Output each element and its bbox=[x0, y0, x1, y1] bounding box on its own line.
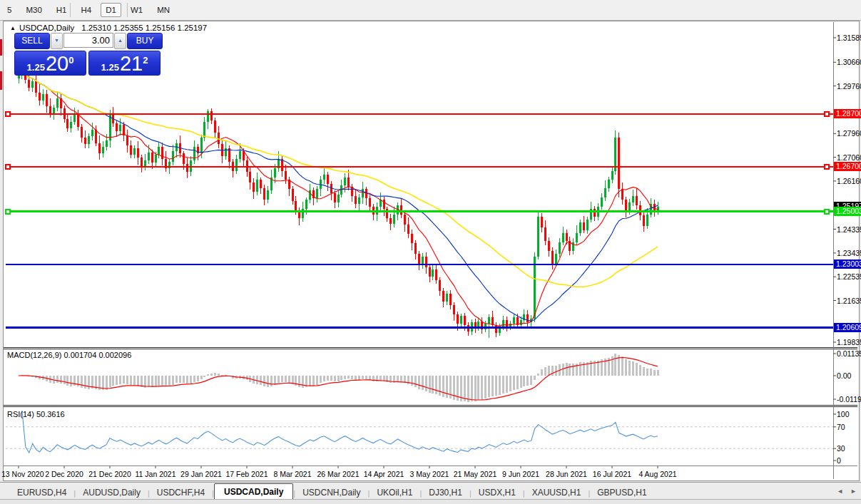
price-level-badge: 1.25003 bbox=[834, 207, 861, 216]
collapse-triangle-icon[interactable]: ▲ bbox=[10, 25, 16, 31]
timeframe-button-mn[interactable]: MN bbox=[152, 3, 175, 17]
price-level-badge: 1.28700 bbox=[834, 109, 861, 118]
macd-tick-label: 0.01135 bbox=[837, 349, 861, 358]
rsi-tick-label: 100 bbox=[837, 410, 850, 418]
timeframe-button-m30[interactable]: M30 bbox=[21, 3, 46, 17]
tab-scroll-left-icon[interactable]: ◄ bbox=[837, 488, 843, 495]
price-level-badge: 1.26700 bbox=[834, 162, 861, 171]
chart-ohlc-values: 1.25310 1.25355 1.25156 1.25197 bbox=[81, 24, 207, 32]
price-tick-label: 1.23435 bbox=[837, 249, 861, 257]
rsi-tick-label: 30 bbox=[837, 444, 845, 453]
date-tick-label: 4 Aug 2021 bbox=[631, 470, 685, 478]
price-tick-label: 1.30660 bbox=[837, 58, 861, 66]
tab-usdchf-h4[interactable]: USDCHF,H4 bbox=[150, 485, 212, 500]
tab-ukoil-h1[interactable]: UKOil,H1 bbox=[370, 485, 419, 500]
timeframe-button-5[interactable]: 5 bbox=[2, 3, 16, 17]
sell-price-big: 20 bbox=[46, 54, 68, 73]
timeframe-button-h4[interactable]: H4 bbox=[76, 3, 96, 17]
sell-price-display[interactable]: 1.25 20 0 bbox=[14, 51, 86, 76]
volume-increase-button[interactable]: ▲ bbox=[114, 33, 126, 49]
price-level-badge: 1.20609 bbox=[834, 323, 861, 332]
timeframe-button-h1[interactable]: H1 bbox=[51, 3, 72, 17]
price-tick-label: 1.29760 bbox=[837, 82, 861, 91]
buy-price-pip: 2 bbox=[143, 51, 148, 70]
macd-tick-label: 0.00 bbox=[837, 371, 851, 380]
status-bar bbox=[0, 499, 861, 504]
tab-usdx-h1[interactable]: USDX,H1 bbox=[472, 485, 523, 500]
one-click-trading-panel: SELL ▼ ▲ BUY 1.25 20 0 1.25 21 2 bbox=[14, 33, 163, 76]
tab-audusd-daily[interactable]: AUDUSD,Daily bbox=[76, 485, 148, 500]
price-tick-label: 1.24335 bbox=[837, 225, 861, 234]
tab-usdcad-daily[interactable]: USDCAD,Daily bbox=[214, 483, 293, 500]
volume-input[interactable] bbox=[63, 33, 113, 48]
macd-indicator-label: MACD(12,26,9) 0.001704 0.002096 bbox=[7, 351, 131, 359]
tab-xauusd-h1[interactable]: XAUUSD,H1 bbox=[525, 485, 589, 500]
buy-price-display[interactable]: 1.25 21 2 bbox=[88, 51, 161, 76]
toolbar-separator bbox=[127, 3, 128, 17]
rsi-tick-label: 70 bbox=[837, 423, 845, 431]
price-level-badge: 1.23003 bbox=[834, 259, 861, 269]
price-tick-label: 1.26160 bbox=[837, 177, 861, 185]
tab-scroll-right-icon[interactable]: ► bbox=[850, 488, 857, 495]
chart-symbol-label: USDCAD,Daily bbox=[19, 24, 74, 32]
price-tick-label: 1.31585 bbox=[837, 34, 861, 42]
timeframe-button-d1[interactable]: D1 bbox=[101, 3, 121, 17]
timeframe-toolbar: 5M30H1H4D1W1MN bbox=[0, 0, 861, 21]
buy-price-prefix: 1.25 bbox=[101, 61, 119, 73]
timeframe-button-w1[interactable]: W1 bbox=[126, 3, 148, 17]
rsi-tick-label: 0 bbox=[837, 456, 841, 465]
sell-price-pip: 0 bbox=[68, 51, 73, 70]
price-tick-label: 1.27960 bbox=[837, 129, 861, 138]
buy-price-big: 21 bbox=[120, 54, 143, 73]
price-tick-label: 1.22535 bbox=[837, 272, 861, 281]
price-tick-label: 1.19835 bbox=[837, 338, 861, 346]
sell-price-prefix: 1.25 bbox=[27, 61, 45, 73]
price-tick-label: 1.21635 bbox=[837, 297, 861, 305]
timeframe-buttons: 5M30H1H4D1W1MN bbox=[0, 3, 177, 17]
rsi-indicator-label: RSI(14) 50.3616 bbox=[7, 410, 65, 418]
sell-button[interactable]: SELL bbox=[14, 33, 50, 49]
price-tick-label: 1.27060 bbox=[837, 153, 861, 162]
tab-dj30-h1[interactable]: DJ30,H1 bbox=[422, 485, 469, 500]
macd-tick-label: -0.01190 bbox=[837, 395, 861, 403]
tab-usdcnh-daily[interactable]: USDCNH,Daily bbox=[295, 485, 367, 500]
toolbar-separator bbox=[70, 3, 71, 17]
chart-window bbox=[3, 21, 860, 481]
chart-tab-bar: EURUSD,H4|AUDUSD,Daily|USDCHF,H4|USDCAD,… bbox=[0, 482, 861, 500]
tab-eurusd-h4[interactable]: EURUSD,H4 bbox=[10, 485, 73, 500]
volume-decrease-button[interactable]: ▼ bbox=[51, 33, 63, 49]
buy-button[interactable]: BUY bbox=[127, 33, 163, 49]
tab-gbpusd-h1[interactable]: GBPUSD,H1 bbox=[590, 485, 653, 500]
left-edge-marker bbox=[0, 71, 2, 90]
left-edge-marker bbox=[0, 39, 2, 56]
chart-header: ▲USDCAD,Daily1.25310 1.25355 1.25156 1.2… bbox=[10, 24, 207, 32]
